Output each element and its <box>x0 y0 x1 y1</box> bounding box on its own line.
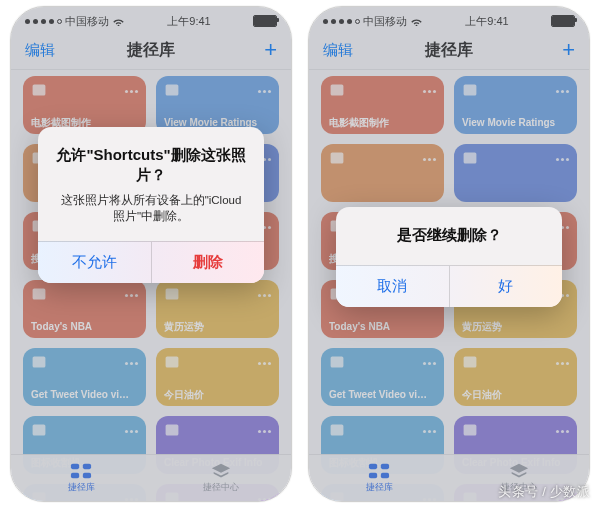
page-title: 捷径库 <box>425 40 473 61</box>
svg-rect-11 <box>166 424 179 435</box>
more-icon[interactable] <box>122 422 140 440</box>
svg-rect-34 <box>369 473 377 479</box>
shortcut-label: Get Tweet Video vi… <box>31 389 138 401</box>
shortcut-label: 黄历运势 <box>164 321 271 333</box>
delete-button[interactable]: 删除 <box>151 242 265 283</box>
shortcut-tile[interactable]: 黄历运势 <box>156 280 279 338</box>
shortcut-label: Get Tweet Video vi… <box>329 389 436 401</box>
shortcut-tile[interactable]: 今日油价 <box>454 348 577 406</box>
shortcut-icon <box>462 82 478 98</box>
alert-title: 允许"Shortcuts"删除这张照片？ <box>54 145 248 186</box>
shortcut-tile[interactable]: View Movie Ratings <box>156 76 279 134</box>
shortcut-icon <box>31 82 47 98</box>
shortcut-tile[interactable]: 电影截图制作 <box>321 76 444 134</box>
svg-rect-16 <box>71 473 79 479</box>
status-time: 上午9:41 <box>167 14 210 29</box>
shortcut-tile[interactable]: 今日油价 <box>156 348 279 406</box>
wifi-icon <box>410 17 423 26</box>
svg-rect-10 <box>33 424 46 435</box>
shortcut-icon <box>31 422 47 438</box>
svg-rect-1 <box>166 84 179 95</box>
svg-rect-18 <box>331 84 344 95</box>
svg-rect-26 <box>331 356 344 367</box>
svg-rect-14 <box>71 464 79 470</box>
phone-right: 中国移动 上午9:41 编辑 捷径库 + 电影截图制作View Movie Ra… <box>308 6 590 502</box>
svg-rect-27 <box>464 356 477 367</box>
more-icon[interactable] <box>553 150 571 168</box>
status-bar: 中国移动 上午9:41 <box>309 7 589 31</box>
edit-button[interactable]: 编辑 <box>323 41 353 60</box>
shortcut-icon <box>164 82 180 98</box>
more-icon[interactable] <box>255 422 273 440</box>
svg-rect-15 <box>83 464 91 470</box>
more-icon[interactable] <box>122 286 140 304</box>
svg-rect-29 <box>464 424 477 435</box>
more-icon[interactable] <box>420 82 438 100</box>
more-icon[interactable] <box>420 422 438 440</box>
stack-icon <box>508 462 530 480</box>
shortcut-tile[interactable]: Get Tweet Video vi… <box>23 348 146 406</box>
more-icon[interactable] <box>420 354 438 372</box>
confirm-delete-alert: 是否继续删除？ 取消 好 <box>336 207 562 307</box>
more-icon[interactable] <box>420 150 438 168</box>
deny-button[interactable]: 不允许 <box>38 242 151 283</box>
shortcut-tile[interactable]: Today's NBA <box>23 280 146 338</box>
shortcut-label: Today's NBA <box>31 321 138 333</box>
shortcut-icon <box>462 150 478 166</box>
more-icon[interactable] <box>255 286 273 304</box>
shortcut-icon <box>164 422 180 438</box>
shortcut-label: View Movie Ratings <box>462 117 569 129</box>
tab-library[interactable]: 捷径库 <box>309 455 449 501</box>
battery-icon <box>253 15 277 27</box>
cancel-button[interactable]: 取消 <box>336 266 449 307</box>
page-title: 捷径库 <box>127 40 175 61</box>
wifi-icon <box>112 17 125 26</box>
grid-icon <box>70 462 92 480</box>
alert-title: 是否继续删除？ <box>350 225 548 245</box>
more-icon[interactable] <box>255 354 273 372</box>
edit-button[interactable]: 编辑 <box>25 41 55 60</box>
add-button[interactable]: + <box>562 39 575 61</box>
add-button[interactable]: + <box>264 39 277 61</box>
delete-photo-alert: 允许"Shortcuts"删除这张照片？ 这张照片将从所有设备上的"iCloud… <box>38 127 264 283</box>
shortcut-label: 电影截图制作 <box>329 117 436 129</box>
shortcut-label: Today's NBA <box>329 321 436 333</box>
svg-rect-32 <box>369 464 377 470</box>
grid-icon <box>368 462 390 480</box>
stack-icon <box>210 462 232 480</box>
svg-rect-9 <box>166 356 179 367</box>
svg-rect-7 <box>166 288 179 299</box>
shortcut-tile[interactable]: Get Tweet Video vi… <box>321 348 444 406</box>
tab-library[interactable]: 捷径库 <box>11 455 151 501</box>
carrier-label: 中国移动 <box>363 14 407 29</box>
svg-rect-8 <box>33 356 46 367</box>
svg-rect-21 <box>464 152 477 163</box>
shortcut-label: 今日油价 <box>164 389 271 401</box>
svg-rect-33 <box>381 464 389 470</box>
shortcut-tile[interactable] <box>321 144 444 202</box>
watermark: 头条号 / 少数派 <box>498 483 590 501</box>
svg-rect-28 <box>331 424 344 435</box>
svg-rect-35 <box>381 473 389 479</box>
more-icon[interactable] <box>553 82 571 100</box>
svg-rect-17 <box>83 473 91 479</box>
shortcut-icon <box>164 286 180 302</box>
shortcut-tile[interactable]: 电影截图制作 <box>23 76 146 134</box>
carrier-label: 中国移动 <box>65 14 109 29</box>
alert-body: 这张照片将从所有设备上的"iCloud 照片"中删除。 <box>54 192 248 225</box>
tab-gallery[interactable]: 捷径中心 <box>151 455 291 501</box>
shortcut-tile[interactable] <box>454 144 577 202</box>
more-icon[interactable] <box>553 354 571 372</box>
ok-button[interactable]: 好 <box>449 266 563 307</box>
svg-rect-6 <box>33 288 46 299</box>
more-icon[interactable] <box>122 82 140 100</box>
shortcut-icon <box>329 150 345 166</box>
more-icon[interactable] <box>122 354 140 372</box>
phone-left: 中国移动 上午9:41 编辑 捷径库 + 电影截图制作View Movie Ra… <box>10 6 292 502</box>
more-icon[interactable] <box>553 422 571 440</box>
more-icon[interactable] <box>255 82 273 100</box>
tab-bar: 捷径库 捷径中心 <box>11 454 291 501</box>
shortcut-tile[interactable]: View Movie Ratings <box>454 76 577 134</box>
nav-header: 编辑 捷径库 + <box>11 31 291 70</box>
tab-gallery-label: 捷径中心 <box>203 481 239 494</box>
